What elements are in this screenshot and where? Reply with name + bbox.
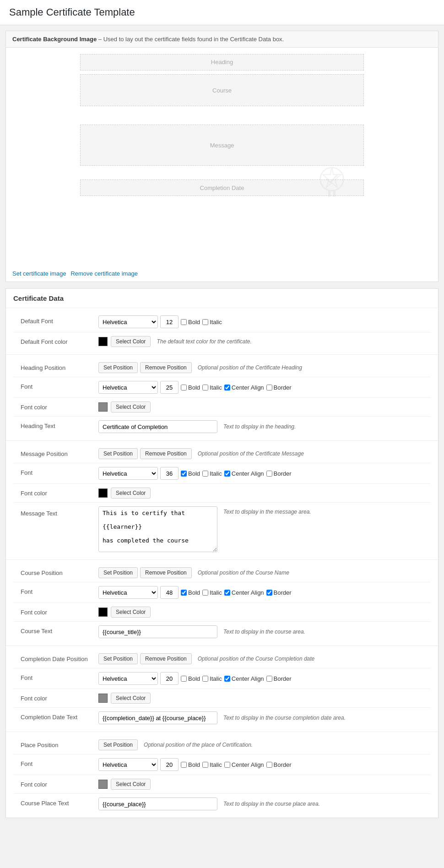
heading-color-swatch xyxy=(98,402,108,412)
default-font-color-btn[interactable]: Select Color xyxy=(111,336,151,347)
course-text-hint: Text to display in the course area. xyxy=(223,629,305,635)
course-color-controls: Select Color xyxy=(98,607,423,618)
set-certificate-image-link[interactable]: Set certificate image xyxy=(12,270,66,277)
message-position-controls: Set Position Remove Position Optional po… xyxy=(98,448,423,459)
message-italic-checkbox[interactable] xyxy=(202,471,208,477)
remove-certificate-image-link[interactable]: Remove certificate image xyxy=(70,270,138,277)
heading-set-position-btn[interactable]: Set Position xyxy=(98,362,138,373)
message-bold-checkbox[interactable] xyxy=(181,471,187,477)
message-set-position-btn[interactable]: Set Position xyxy=(98,448,138,459)
heading-italic-checkbox[interactable] xyxy=(202,385,208,391)
heading-border-checkbox[interactable] xyxy=(266,385,272,391)
course-border-checkbox[interactable] xyxy=(266,590,272,596)
heading-font-size-input[interactable] xyxy=(160,381,179,394)
course-position-label: Course Position xyxy=(21,567,98,576)
course-center-align-label: Center Align xyxy=(224,589,264,596)
course-color-swatch xyxy=(98,608,108,617)
heading-bold-checkbox[interactable] xyxy=(181,385,187,391)
message-font-size-input[interactable] xyxy=(160,467,179,480)
completion-date-position-controls: Set Position Remove Position Optional po… xyxy=(98,653,423,664)
completion-date-remove-position-btn[interactable]: Remove Position xyxy=(140,653,192,664)
place-center-align-label: Center Align xyxy=(224,761,264,768)
message-font-select[interactable]: Helvetica Arial xyxy=(98,467,158,480)
default-italic-checkbox[interactable] xyxy=(202,319,208,325)
message-color-controls: Select Color xyxy=(98,488,423,499)
default-bold-checkbox[interactable] xyxy=(181,319,187,325)
message-bold-label: Bold xyxy=(181,470,200,477)
message-remove-position-btn[interactable]: Remove Position xyxy=(140,448,192,459)
place-font-size-input[interactable] xyxy=(160,758,179,771)
place-bold-checkbox[interactable] xyxy=(181,762,187,768)
cert-canvas: Heading Course Message Completion Date xyxy=(80,54,364,237)
heading-color-btn[interactable]: Select Color xyxy=(111,401,151,412)
course-color-btn[interactable]: Select Color xyxy=(111,607,151,618)
cert-field-course[interactable]: Course xyxy=(80,74,364,106)
completion-date-bold-checkbox[interactable] xyxy=(181,676,187,682)
cert-field-message[interactable]: Message xyxy=(80,125,364,166)
place-set-position-btn[interactable]: Set Position xyxy=(98,739,138,750)
completion-date-color-btn[interactable]: Select Color xyxy=(111,693,151,704)
svg-point-0 xyxy=(320,168,344,191)
completion-date-font-label: Font xyxy=(21,672,98,681)
message-center-align-checkbox[interactable] xyxy=(224,471,230,477)
course-text-label: Course Text xyxy=(21,625,98,635)
completion-date-border-label: Border xyxy=(266,675,292,682)
completion-date-position-label: Completion Date Position xyxy=(21,653,98,662)
place-color-controls: Select Color xyxy=(98,779,423,790)
course-font-controls: Helvetica Arial Bold Italic Center A xyxy=(98,586,423,599)
default-font-select[interactable]: Helvetica Arial Times New Roman Courier xyxy=(98,315,158,328)
message-border-checkbox[interactable] xyxy=(266,471,272,477)
heading-border-label: Border xyxy=(266,384,292,391)
completion-date-italic-checkbox[interactable] xyxy=(202,676,208,682)
heading-font-select[interactable]: Helvetica Arial Times New Roman xyxy=(98,381,158,394)
place-italic-label: Italic xyxy=(202,761,222,768)
course-position-hint: Optional position of the Course Name xyxy=(198,570,289,576)
heading-text-label: Heading Text xyxy=(21,420,98,429)
default-font-row: Default Font Helvetica Arial Times New R… xyxy=(13,312,431,332)
course-italic-checkbox[interactable] xyxy=(202,590,208,596)
course-remove-position-btn[interactable]: Remove Position xyxy=(140,567,192,578)
place-border-checkbox[interactable] xyxy=(266,762,272,768)
heading-text-input[interactable] xyxy=(98,420,217,433)
course-text-controls: Text to display in the course area. xyxy=(98,625,423,638)
completion-date-border-checkbox[interactable] xyxy=(266,676,272,682)
heading-font-label: Font xyxy=(21,381,98,390)
place-center-align-checkbox[interactable] xyxy=(224,762,230,768)
heading-center-align-label: Center Align xyxy=(224,384,264,391)
completion-date-font-size-input[interactable] xyxy=(160,672,179,685)
course-text-input[interactable] xyxy=(98,625,217,638)
default-font-size-input[interactable] xyxy=(160,315,179,328)
completion-date-text-input[interactable] xyxy=(98,711,217,724)
completion-date-text-controls: Text to display in the course completion… xyxy=(98,711,423,724)
cert-field-heading[interactable]: Heading xyxy=(80,54,364,71)
heading-center-align-checkbox[interactable] xyxy=(224,385,230,391)
completion-date-color-swatch xyxy=(98,694,108,703)
course-bold-checkbox[interactable] xyxy=(181,590,187,596)
course-font-select[interactable]: Helvetica Arial xyxy=(98,586,158,599)
place-text-input[interactable] xyxy=(98,797,217,810)
place-color-btn[interactable]: Select Color xyxy=(111,779,151,790)
heading-remove-position-btn[interactable]: Remove Position xyxy=(140,362,192,373)
place-font-select[interactable]: Helvetica Arial xyxy=(98,758,158,771)
place-color-swatch xyxy=(98,780,108,789)
page-title: Sample Certificate Template xyxy=(9,6,435,18)
course-center-align-checkbox[interactable] xyxy=(224,590,230,596)
main-content: Certificate Background Image – Used to l… xyxy=(0,25,444,824)
course-font-row: Font Helvetica Arial Bold Italic xyxy=(13,582,431,603)
completion-date-center-align-checkbox[interactable] xyxy=(224,676,230,682)
page-title-bar: Sample Certificate Template xyxy=(0,0,444,25)
default-font-color-hint: The default text color for the certifica… xyxy=(157,338,251,345)
message-color-row: Font color Select Color xyxy=(13,484,431,503)
completion-date-set-position-btn[interactable]: Set Position xyxy=(98,653,138,664)
course-set-position-btn[interactable]: Set Position xyxy=(98,567,138,578)
message-color-btn[interactable]: Select Color xyxy=(111,488,151,499)
default-font-color-swatch xyxy=(98,337,108,346)
place-italic-checkbox[interactable] xyxy=(202,762,208,768)
message-font-controls: Helvetica Arial Bold Italic Center A xyxy=(98,467,423,480)
completion-date-position-row: Completion Date Position Set Position Re… xyxy=(13,650,431,668)
course-font-size-input[interactable] xyxy=(160,586,179,599)
completion-date-font-select[interactable]: Helvetica Arial xyxy=(98,672,158,685)
message-text-textarea[interactable]: This is to certify that {{learner}} has … xyxy=(98,506,217,552)
cert-data-section: Certificate Data Default Font Helvetica … xyxy=(5,288,439,818)
course-color-row: Font color Select Color xyxy=(13,603,431,622)
